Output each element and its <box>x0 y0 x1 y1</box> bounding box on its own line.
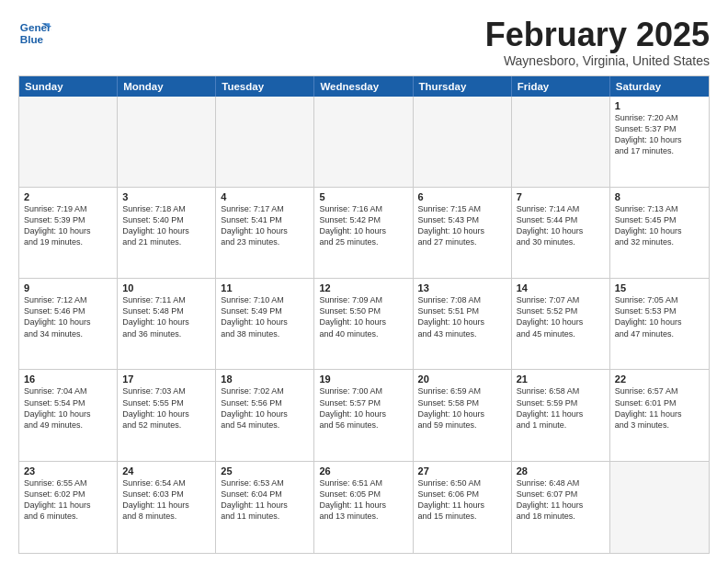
calendar-cell: 8Sunrise: 7:13 AM Sunset: 5:45 PM Daylig… <box>610 188 709 278</box>
day-number: 23 <box>24 465 112 477</box>
day-info: Sunrise: 6:50 AM Sunset: 6:06 PM Dayligh… <box>418 477 506 523</box>
calendar-cell: 11Sunrise: 7:10 AM Sunset: 5:49 PM Dayli… <box>216 279 314 369</box>
day-info: Sunrise: 7:13 AM Sunset: 5:45 PM Dayligh… <box>615 203 704 248</box>
day-number: 9 <box>24 282 112 293</box>
day-number: 28 <box>517 465 605 477</box>
day-info: Sunrise: 7:00 AM Sunset: 5:57 PM Dayligh… <box>319 385 407 431</box>
day-number: 2 <box>24 191 112 202</box>
day-number: 25 <box>221 465 309 477</box>
calendar-cell: 9Sunrise: 7:12 AM Sunset: 5:46 PM Daylig… <box>19 279 118 369</box>
svg-text:General: General <box>20 21 51 33</box>
calendar-cell: 10Sunrise: 7:11 AM Sunset: 5:48 PM Dayli… <box>118 279 216 369</box>
calendar-cell: 15Sunrise: 7:05 AM Sunset: 5:53 PM Dayli… <box>610 279 709 369</box>
day-number: 5 <box>319 191 407 202</box>
weekday-header: Sunday <box>19 76 118 97</box>
title-block: February 2025 Waynesboro, Virginia, Unit… <box>485 17 710 68</box>
day-number: 4 <box>221 191 309 202</box>
day-info: Sunrise: 7:08 AM Sunset: 5:51 PM Dayligh… <box>418 294 506 339</box>
calendar-cell: 5Sunrise: 7:16 AM Sunset: 5:42 PM Daylig… <box>314 188 413 278</box>
logo-icon: General Blue <box>18 17 51 50</box>
day-number: 15 <box>615 282 704 293</box>
calendar-week: 1Sunrise: 7:20 AM Sunset: 5:37 PM Daylig… <box>19 97 709 188</box>
location: Waynesboro, Virginia, United States <box>485 53 710 68</box>
day-info: Sunrise: 7:19 AM Sunset: 5:39 PM Dayligh… <box>24 203 112 248</box>
day-info: Sunrise: 6:59 AM Sunset: 5:58 PM Dayligh… <box>418 385 506 431</box>
day-info: Sunrise: 7:17 AM Sunset: 5:41 PM Dayligh… <box>221 203 309 248</box>
day-number: 24 <box>122 465 210 477</box>
day-info: Sunrise: 7:20 AM Sunset: 5:37 PM Dayligh… <box>615 112 704 157</box>
calendar-cell: 12Sunrise: 7:09 AM Sunset: 5:50 PM Dayli… <box>314 279 413 369</box>
day-info: Sunrise: 6:51 AM Sunset: 6:05 PM Dayligh… <box>319 477 407 523</box>
day-number: 17 <box>122 373 210 385</box>
calendar-cell: 16Sunrise: 7:04 AM Sunset: 5:54 PM Dayli… <box>19 370 118 460</box>
weekday-header: Saturday <box>610 76 709 97</box>
day-number: 1 <box>615 100 704 111</box>
calendar-cell <box>19 97 118 187</box>
day-number: 26 <box>319 465 407 477</box>
calendar-cell: 1Sunrise: 7:20 AM Sunset: 5:37 PM Daylig… <box>610 97 709 187</box>
day-info: Sunrise: 7:16 AM Sunset: 5:42 PM Dayligh… <box>319 203 407 248</box>
header: General Blue February 2025 Waynesboro, V… <box>18 17 710 68</box>
weekday-header: Friday <box>512 76 610 97</box>
calendar-week: 23Sunrise: 6:55 AM Sunset: 6:02 PM Dayli… <box>19 462 709 553</box>
day-number: 8 <box>615 191 704 202</box>
day-number: 16 <box>24 373 112 385</box>
day-info: Sunrise: 7:03 AM Sunset: 5:55 PM Dayligh… <box>122 385 210 431</box>
day-number: 10 <box>122 282 210 293</box>
calendar-cell: 26Sunrise: 6:51 AM Sunset: 6:05 PM Dayli… <box>314 462 413 553</box>
day-number: 27 <box>418 465 506 477</box>
day-info: Sunrise: 7:18 AM Sunset: 5:40 PM Dayligh… <box>122 203 210 248</box>
day-info: Sunrise: 7:10 AM Sunset: 5:49 PM Dayligh… <box>221 294 309 339</box>
calendar-cell: 24Sunrise: 6:54 AM Sunset: 6:03 PM Dayli… <box>118 462 216 553</box>
calendar-week: 16Sunrise: 7:04 AM Sunset: 5:54 PM Dayli… <box>19 370 709 461</box>
day-info: Sunrise: 6:48 AM Sunset: 6:07 PM Dayligh… <box>517 477 605 523</box>
day-number: 18 <box>221 373 309 385</box>
day-info: Sunrise: 6:55 AM Sunset: 6:02 PM Dayligh… <box>24 477 112 523</box>
logo: General Blue <box>18 17 55 50</box>
calendar-cell: 6Sunrise: 7:15 AM Sunset: 5:43 PM Daylig… <box>414 188 512 278</box>
calendar-cell: 18Sunrise: 7:02 AM Sunset: 5:56 PM Dayli… <box>216 370 314 460</box>
day-info: Sunrise: 7:14 AM Sunset: 5:44 PM Dayligh… <box>517 203 605 248</box>
calendar-cell: 27Sunrise: 6:50 AM Sunset: 6:06 PM Dayli… <box>414 462 512 553</box>
day-info: Sunrise: 7:02 AM Sunset: 5:56 PM Dayligh… <box>221 385 309 431</box>
day-number: 3 <box>122 191 210 202</box>
calendar-cell: 2Sunrise: 7:19 AM Sunset: 5:39 PM Daylig… <box>19 188 118 278</box>
calendar-week: 2Sunrise: 7:19 AM Sunset: 5:39 PM Daylig… <box>19 188 709 279</box>
calendar-cell <box>512 97 610 187</box>
calendar-cell: 21Sunrise: 6:58 AM Sunset: 5:59 PM Dayli… <box>512 370 610 460</box>
day-info: Sunrise: 6:58 AM Sunset: 5:59 PM Dayligh… <box>517 385 605 431</box>
day-number: 13 <box>418 282 506 293</box>
day-info: Sunrise: 7:15 AM Sunset: 5:43 PM Dayligh… <box>418 203 506 248</box>
calendar-cell <box>118 97 216 187</box>
calendar-cell: 20Sunrise: 6:59 AM Sunset: 5:58 PM Dayli… <box>414 370 512 460</box>
calendar-cell: 3Sunrise: 7:18 AM Sunset: 5:40 PM Daylig… <box>118 188 216 278</box>
day-number: 7 <box>517 191 605 202</box>
day-info: Sunrise: 7:09 AM Sunset: 5:50 PM Dayligh… <box>319 294 407 339</box>
day-info: Sunrise: 7:12 AM Sunset: 5:46 PM Dayligh… <box>24 294 112 339</box>
calendar-body: 1Sunrise: 7:20 AM Sunset: 5:37 PM Daylig… <box>19 97 709 553</box>
day-info: Sunrise: 7:05 AM Sunset: 5:53 PM Dayligh… <box>615 294 704 339</box>
day-info: Sunrise: 7:11 AM Sunset: 5:48 PM Dayligh… <box>122 294 210 339</box>
day-number: 22 <box>615 373 704 385</box>
calendar-cell: 17Sunrise: 7:03 AM Sunset: 5:55 PM Dayli… <box>118 370 216 460</box>
calendar-cell: 7Sunrise: 7:14 AM Sunset: 5:44 PM Daylig… <box>512 188 610 278</box>
calendar-cell <box>314 97 413 187</box>
day-number: 20 <box>418 373 506 385</box>
calendar: SundayMondayTuesdayWednesdayThursdayFrid… <box>18 75 710 554</box>
weekday-header: Wednesday <box>314 76 413 97</box>
weekday-header: Thursday <box>414 76 512 97</box>
calendar-cell: 19Sunrise: 7:00 AM Sunset: 5:57 PM Dayli… <box>314 370 413 460</box>
calendar-cell <box>610 462 709 553</box>
day-number: 19 <box>319 373 407 385</box>
calendar-cell: 14Sunrise: 7:07 AM Sunset: 5:52 PM Dayli… <box>512 279 610 369</box>
calendar-cell <box>216 97 314 187</box>
weekday-header: Monday <box>118 76 216 97</box>
page: General Blue February 2025 Waynesboro, V… <box>0 0 728 563</box>
weekday-header: Tuesday <box>216 76 314 97</box>
day-info: Sunrise: 6:53 AM Sunset: 6:04 PM Dayligh… <box>221 477 309 523</box>
day-number: 6 <box>418 191 506 202</box>
calendar-cell: 22Sunrise: 6:57 AM Sunset: 6:01 PM Dayli… <box>610 370 709 460</box>
calendar-cell: 13Sunrise: 7:08 AM Sunset: 5:51 PM Dayli… <box>414 279 512 369</box>
day-info: Sunrise: 6:54 AM Sunset: 6:03 PM Dayligh… <box>122 477 210 523</box>
calendar-cell <box>414 97 512 187</box>
